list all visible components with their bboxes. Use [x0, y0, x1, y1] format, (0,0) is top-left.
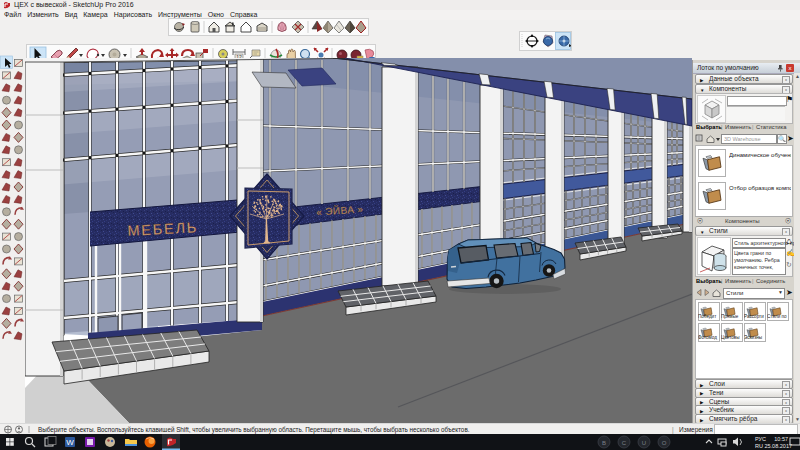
- svg-text:25.08.2017: 25.08.2017: [764, 443, 792, 449]
- svg-text:10:57: 10:57: [774, 436, 788, 442]
- svg-text:B: B: [602, 440, 606, 446]
- svg-text:U: U: [642, 440, 646, 446]
- svg-text:O: O: [662, 440, 667, 446]
- svg-text:РУС: РУС: [755, 436, 766, 442]
- svg-text:W: W: [66, 438, 74, 447]
- svg-text:RU: RU: [755, 443, 763, 449]
- svg-text:C: C: [622, 440, 627, 446]
